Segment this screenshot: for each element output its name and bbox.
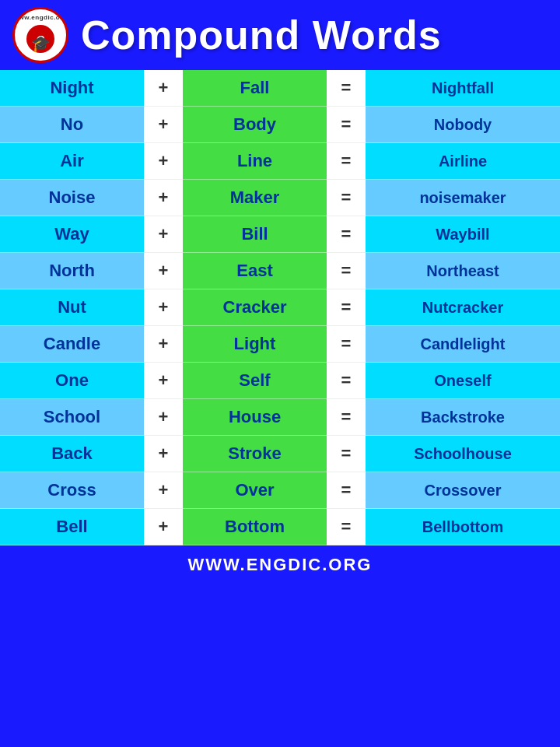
plus-operator: + — [144, 216, 183, 253]
table-row: One+Self=Oneself — [0, 363, 560, 399]
left-word: Night — [50, 78, 93, 98]
plus-symbol: + — [159, 261, 169, 281]
middle-word-cell: House — [183, 399, 327, 436]
plus-symbol: + — [159, 334, 169, 354]
equals-symbol: = — [341, 444, 352, 464]
table-row: Candle+Light=Candlelight — [0, 326, 560, 363]
left-word-cell: School — [0, 399, 144, 436]
table-row: Cross+Over=Crossover — [0, 472, 560, 509]
left-word-cell: One — [0, 363, 144, 399]
equals-symbol: = — [341, 334, 352, 354]
result-word-cell: Airline — [366, 143, 560, 180]
table-row: Way+Bill=Waybill — [0, 216, 560, 253]
middle-word-cell: Light — [183, 326, 327, 363]
page-title: Compound Words — [81, 12, 442, 58]
plus-symbol: + — [159, 114, 169, 135]
result-word-cell: Waybill — [366, 216, 560, 253]
left-word: Cross — [47, 480, 96, 500]
result-word-cell: noisemaker — [366, 180, 560, 216]
equals-operator: = — [327, 107, 366, 143]
left-word-cell: Nut — [0, 289, 144, 326]
plus-operator: + — [144, 326, 183, 363]
equals-symbol: = — [341, 370, 352, 391]
equals-operator: = — [327, 436, 366, 472]
middle-word-cell: Bill — [183, 216, 327, 253]
left-word-cell: Night — [0, 70, 144, 107]
result-word-cell: Schoolhouse — [366, 436, 560, 472]
left-word: North — [49, 261, 95, 281]
left-word: Noise — [49, 188, 96, 208]
equals-operator: = — [327, 289, 366, 326]
left-word-cell: Noise — [0, 180, 144, 216]
plus-operator: + — [144, 436, 183, 472]
middle-word-cell: Self — [183, 363, 327, 399]
table-row: No+Body=Nobody — [0, 107, 560, 143]
compound-words-table: Night+Fall=NightfallNo+Body=NobodyAir+Li… — [0, 70, 560, 545]
middle-word: Maker — [230, 188, 280, 208]
equals-operator: = — [327, 363, 366, 399]
result-word: Waybill — [436, 226, 489, 244]
middle-word: Bottom — [225, 517, 285, 537]
table-row: Air+Line=Airline — [0, 143, 560, 180]
plus-symbol: + — [159, 444, 169, 464]
result-word-cell: Nobody — [366, 107, 560, 143]
plus-symbol: + — [159, 517, 169, 537]
plus-operator: + — [144, 70, 183, 107]
table-row: Back+Stroke=Schoolhouse — [0, 436, 560, 472]
middle-word-cell: Bottom — [183, 509, 327, 545]
result-word: Schoolhouse — [414, 445, 512, 463]
left-word: One — [55, 370, 89, 391]
plus-symbol: + — [159, 151, 169, 171]
left-word-cell: Back — [0, 436, 144, 472]
equals-symbol: = — [341, 224, 352, 244]
plus-symbol: + — [159, 297, 169, 317]
plus-symbol: + — [159, 370, 169, 391]
table-row: Nut+Cracker=Nutcracker — [0, 289, 560, 326]
middle-word-cell: Maker — [183, 180, 327, 216]
plus-operator: + — [144, 143, 183, 180]
plus-symbol: + — [159, 78, 169, 98]
equals-operator: = — [327, 399, 366, 436]
site-logo: www.engdic.org e 🎓 — [12, 7, 68, 63]
equals-operator: = — [327, 326, 366, 363]
plus-operator: + — [144, 472, 183, 509]
page-header: www.engdic.org e 🎓 Compound Words — [0, 0, 560, 70]
equals-operator: = — [327, 509, 366, 545]
table-row: Noise+Maker=noisemaker — [0, 180, 560, 216]
result-word: Crossover — [425, 482, 502, 500]
plus-operator: + — [144, 399, 183, 436]
logo-cap-icon: 🎓 — [31, 34, 51, 53]
table-row: North+East=Northeast — [0, 253, 560, 289]
equals-operator: = — [327, 253, 366, 289]
left-word: Back — [51, 444, 93, 464]
left-word-cell: No — [0, 107, 144, 143]
result-word: Oneself — [434, 372, 491, 390]
table-row: School+House=Backstroke — [0, 399, 560, 436]
equals-symbol: = — [341, 188, 352, 208]
middle-word: Cracker — [223, 297, 287, 317]
logo-url-text: www.engdic.org — [14, 14, 67, 21]
left-word-cell: Candle — [0, 326, 144, 363]
result-word: Candlelight — [421, 335, 506, 353]
middle-word: Body — [233, 114, 276, 135]
result-word: Northeast — [426, 262, 499, 280]
left-word-cell: Cross — [0, 472, 144, 509]
result-word: Backstroke — [421, 409, 505, 426]
middle-word: Fall — [240, 78, 270, 98]
middle-word-cell: Line — [183, 143, 327, 180]
plus-operator: + — [144, 363, 183, 399]
result-word: Nutcracker — [422, 299, 504, 317]
middle-word-cell: East — [183, 253, 327, 289]
result-word: Bellbottom — [422, 518, 503, 536]
plus-symbol: + — [159, 224, 169, 244]
plus-operator: + — [144, 509, 183, 545]
middle-word: Stroke — [228, 444, 281, 464]
result-word-cell: Candlelight — [366, 326, 560, 363]
plus-operator: + — [144, 180, 183, 216]
result-word: Airline — [439, 153, 487, 170]
plus-operator: + — [144, 107, 183, 143]
middle-word: East — [236, 261, 272, 281]
middle-word-cell: Body — [183, 107, 327, 143]
equals-symbol: = — [341, 261, 352, 281]
result-word-cell: Backstroke — [366, 399, 560, 436]
